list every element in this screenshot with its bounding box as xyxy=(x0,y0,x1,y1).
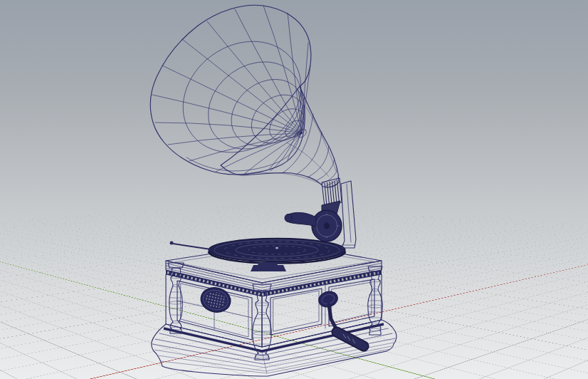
tone-arm[interactable] xyxy=(285,212,316,227)
bell-spokes xyxy=(152,6,310,175)
brake-lever[interactable] xyxy=(173,244,211,249)
support-bracket[interactable] xyxy=(341,181,356,248)
speaker-grille[interactable] xyxy=(199,285,233,315)
lid-front-bracket xyxy=(251,265,286,271)
spindle xyxy=(275,246,278,249)
gramophone-model[interactable] xyxy=(0,0,588,379)
viewport-3d[interactable] xyxy=(0,0,588,379)
